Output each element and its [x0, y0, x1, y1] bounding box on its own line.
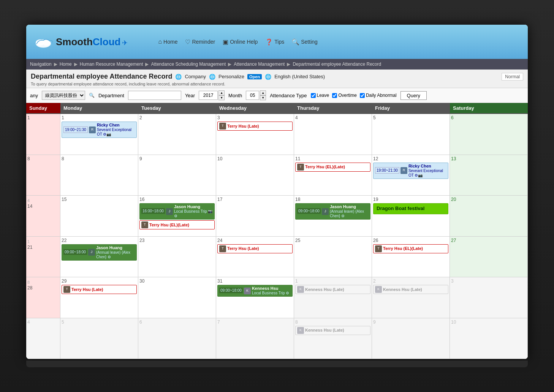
day-num: 6 [139, 319, 215, 325]
breadcrumb-hrm[interactable]: Human Resource Management [80, 62, 143, 67]
company-filter-label: any [30, 93, 38, 98]
icons: ⚙📷 [103, 132, 111, 136]
header-sunday: Sunday [26, 103, 60, 113]
time-badge: 09:00~18:00 [297, 208, 321, 214]
event-kenness-w5-thu[interactable]: K Kenness Hsu (Late) [295, 285, 370, 294]
event-kenness-w6-thu[interactable]: K Kenness Hsu (Late) [295, 326, 370, 335]
nav-online-help[interactable]: ▣ Online Help [223, 38, 258, 46]
day-num: 1 [295, 278, 370, 284]
cell-mon-w3: 15 [60, 196, 138, 236]
event-name: Jason Huang [174, 204, 213, 209]
cell-wed-w6: 7 [216, 318, 294, 359]
event-jason-w4-mon[interactable]: 09:00~18:00 J Jason Huang (Annual leave)… [62, 244, 137, 261]
time-badge: 09:00~18:00 [63, 249, 87, 255]
event-jason-w3-tue[interactable]: 16:00~18:00 J Jason Huang Local Business… [139, 203, 215, 220]
avatar-kenness: K [297, 327, 304, 334]
time-badge: 19:00~21:30 [63, 126, 88, 133]
event-terry-w2-thu[interactable]: T Terry Hsu (EL)(Late) [295, 163, 370, 172]
event-detail: Local Business Trip 📷⚙ [174, 209, 213, 218]
avatar-terry: T [297, 164, 304, 171]
cell-fri-w4: 26 T Terry Hsu (EL)(Late) [372, 237, 450, 277]
year-down[interactable]: ▼ [218, 95, 225, 100]
cell-fri-w1: 5 [372, 114, 450, 155]
cell-thu-w2: 11 T Terry Hsu (EL)(Late) [294, 155, 372, 196]
time-badge: 16:00~18:00 [141, 208, 165, 214]
nav-setting[interactable]: 🔍 Setting [292, 38, 318, 46]
company-label: Company [185, 74, 206, 79]
overtime-checkbox[interactable] [332, 93, 337, 98]
calendar-week-3: 4 14 15 16 16:00~18:00 J Ja [26, 196, 528, 237]
cell-sat-w1: 6 [450, 114, 528, 155]
month-input[interactable] [246, 91, 259, 100]
normal-button[interactable]: Normal [502, 73, 523, 81]
event-name: Kenness Hsu (Late) [383, 287, 422, 292]
nav-tips[interactable]: ❓ Tips [265, 38, 284, 46]
reminder-icon: ♡ [185, 38, 190, 46]
event-name: Terry Hsu (EL)(Late) [383, 246, 423, 251]
leave-checkbox[interactable] [311, 93, 316, 98]
icons: ⚙ [341, 214, 345, 218]
day-num: 16 [139, 197, 215, 202]
cell-sun-w3: 4 14 [26, 196, 60, 236]
nav-reminder[interactable]: ♡ Reminder [185, 38, 215, 46]
daily-abnormal-checkbox-item[interactable]: Daily Abnormal [360, 93, 397, 98]
year-input[interactable] [199, 91, 218, 100]
day-num: 8 [27, 156, 59, 161]
online-help-icon: ▣ [223, 38, 228, 46]
nav-home[interactable]: ⌂ Home [158, 38, 177, 45]
daily-abnormal-checkbox[interactable] [360, 93, 365, 98]
logo-cloud-icon [34, 34, 53, 49]
company-select[interactable]: 線資訊科技股份 [42, 91, 85, 100]
month-down[interactable]: ▼ [260, 95, 266, 100]
event-kenness-w5-wed[interactable]: 09:00~18:00 K Kenness Hsu Local Business… [217, 285, 293, 297]
day-num: 10 [217, 156, 293, 161]
month-spinner: ▲ ▼ [260, 90, 266, 100]
event-name: Kenness Hsu (Late) [305, 287, 344, 292]
event-name: Ricky Chen [97, 123, 135, 128]
event-name: Jason Huang [96, 245, 135, 250]
event-terry-w1-wed[interactable]: T Terry Hsu (Late) [217, 122, 293, 131]
event-ricky-w2-fri[interactable]: 19:00~21:30 R Ricky Chen Seveant Excepti… [373, 163, 448, 179]
day-num: 8 [295, 319, 370, 325]
day-num: 21 [27, 245, 59, 250]
header-nav: ⌂ Home ♡ Reminder ▣ Online Help ❓ Tips 🔍 [158, 38, 317, 46]
day-num: 31 [217, 278, 293, 284]
month-up[interactable]: ▲ [260, 90, 266, 95]
event-dragon-boat[interactable]: Dragon Boat festival [373, 203, 448, 214]
leave-checkbox-item[interactable]: Leave [311, 93, 329, 98]
day-num: 17 [217, 197, 293, 202]
avatar-terry: T [141, 221, 148, 228]
event-terry-w4-wed[interactable]: T Terry Hsu (Late) [217, 244, 293, 253]
event-jason-w3-thu[interactable]: 09:00~18:00 J Jason Huang (Annual leave)… [295, 203, 370, 220]
event-name: Terry Hsu (EL)(Late) [149, 222, 189, 228]
icons: ⚙📷 [415, 173, 423, 177]
personalize-icon: 🌐 [209, 74, 215, 80]
breadcrumb-attendance-scheduling[interactable]: Attendance Scheduling Management [151, 62, 226, 67]
breadcrumb-home[interactable]: Home [60, 62, 72, 67]
header-friday: Friday [372, 103, 450, 113]
setting-label: Setting [301, 39, 318, 45]
dept-input[interactable] [128, 91, 181, 100]
day-num: 5 [373, 115, 448, 120]
overtime-checkbox-item[interactable]: Overtime [332, 93, 357, 98]
day-num: 8 [62, 156, 137, 161]
event-name: Kenness Hsu (Late) [305, 327, 344, 333]
year-up[interactable]: ▲ [218, 90, 225, 95]
event-kenness-w5-fri[interactable]: K Kenness Hsu (Late) [373, 285, 448, 294]
query-button[interactable]: Query [400, 91, 427, 100]
event-terry-w4-fri[interactable]: T Terry Hsu (EL)(Late) [373, 244, 448, 253]
sep5: ▶ [287, 62, 290, 67]
day-num: 3 [217, 115, 293, 120]
month-label: Month [228, 93, 242, 98]
event-name: Terry Hsu (EL)(Late) [305, 164, 345, 169]
avatar-ricky: R [89, 126, 96, 133]
event-terry-w3-tue[interactable]: T Terry Hsu (EL)(Late) [139, 220, 215, 229]
cell-tue-w3: 16 16:00~18:00 J Jason Huang Local Busin… [138, 196, 216, 236]
cell-tue-w2: 9 [138, 155, 216, 196]
breadcrumb-current: Departmental employee Attendance Record [293, 62, 381, 67]
day-num: 29 [62, 278, 137, 284]
cell-thu-w5: 1 K Kenness Hsu (Late) [294, 277, 372, 318]
breadcrumb-attendance-mgmt[interactable]: Attendance Management [234, 62, 285, 67]
event-ricky-w1-mon[interactable]: 19:00~21:30 R Ricky Chen Seveant Excepti… [62, 122, 137, 138]
event-terry-w5-mon[interactable]: T Terry Hsu (Late) [62, 285, 137, 294]
